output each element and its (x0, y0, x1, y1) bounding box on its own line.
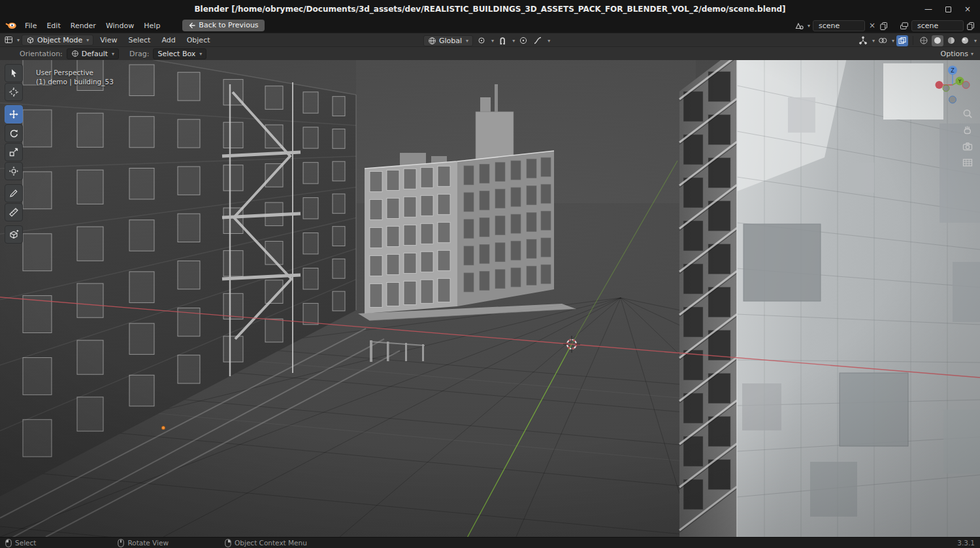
scene-canvas[interactable] (0, 46, 980, 537)
measure-tool-button[interactable] (5, 203, 23, 221)
mode-selector[interactable]: Object Mode ▾ (22, 35, 93, 46)
perspective-toggle-icon[interactable] (962, 157, 973, 169)
menu-add[interactable]: Add (157, 35, 180, 46)
viewport-header: ▾ Object Mode ▾ View Select Add Object G… (0, 33, 980, 46)
shading-dropdown-icon[interactable]: ▾ (974, 38, 977, 44)
3d-viewport[interactable]: Orientation: Default ▾ Drag: Select Box … (0, 46, 980, 537)
window-title: Blender [/home/obrymec/Documents/3d_asse… (194, 5, 785, 14)
pivot-point-icon[interactable] (476, 35, 487, 46)
titlebar: Blender [/home/obrymec/Documents/3d_asse… (0, 0, 980, 18)
blender-window: Blender [/home/obrymec/Documents/3d_asse… (0, 0, 980, 548)
xray-toggle-icon[interactable] (896, 35, 908, 46)
drag-label: Drag: (129, 50, 149, 58)
new-scene-icon[interactable] (879, 22, 888, 30)
blender-logo-icon[interactable] (5, 22, 17, 30)
shading-solid-icon[interactable] (932, 35, 943, 46)
scale-tool-button[interactable] (5, 143, 23, 161)
gizmo-dropdown-icon[interactable]: ▾ (872, 38, 875, 44)
scale-icon (8, 147, 19, 157)
drag-selector[interactable]: Select Box ▾ (153, 48, 206, 59)
menu-view[interactable]: View (95, 35, 122, 46)
3d-cursor-icon (8, 87, 19, 97)
menu-select[interactable]: Select (123, 35, 155, 46)
right-mouse-icon (225, 539, 231, 547)
transform-tool-button[interactable] (5, 162, 23, 180)
ruler-icon (8, 207, 19, 218)
orientation-icon (71, 50, 79, 57)
options-dropdown[interactable]: Options ▾ (941, 50, 973, 58)
rotate-tool-button[interactable] (5, 124, 23, 142)
gizmo-z-neg[interactable] (949, 96, 956, 103)
menu-object[interactable]: Object (182, 35, 215, 46)
editor-type-icon[interactable] (4, 35, 14, 44)
tweak-select-tool-button[interactable] (5, 64, 23, 82)
add-cube-tool-button[interactable] (5, 225, 23, 244)
scene-browse-icon[interactable] (794, 21, 804, 30)
shading-rendered-icon[interactable] (959, 35, 971, 46)
middle-mouse-icon (118, 539, 124, 547)
close-icon[interactable]: × (964, 5, 971, 14)
perspective-label: User Perspective (36, 68, 114, 77)
globe-icon (428, 37, 436, 45)
show-gizmo-icon[interactable] (857, 35, 869, 46)
menu-window[interactable]: Window (101, 20, 139, 31)
pencil-icon (8, 188, 19, 199)
viewport-side-tools (962, 108, 973, 169)
menu-render[interactable]: Render (66, 20, 101, 31)
hint-select: Select (5, 539, 36, 547)
pivot-dropdown-icon[interactable]: ▾ (491, 38, 494, 44)
transform-orientation-selector[interactable]: Global ▾ (423, 35, 473, 46)
menu-help[interactable]: Help (139, 20, 165, 31)
back-icon (188, 22, 195, 29)
falloff-dropdown-icon[interactable]: ▾ (547, 38, 550, 44)
shading-material-icon[interactable] (945, 35, 957, 46)
gizmo-x-neg[interactable] (962, 82, 970, 89)
gizmo-y-label: Y (958, 78, 962, 84)
menubar: File Edit Render Window Help Back to Pre… (0, 18, 980, 33)
add-cube-icon (8, 229, 19, 240)
show-overlays-icon[interactable] (877, 35, 889, 46)
move-tool-button[interactable] (5, 105, 23, 123)
cursor-tool-button[interactable] (5, 83, 23, 101)
zoom-icon[interactable] (962, 108, 973, 120)
hint-context-menu: Object Context Menu (225, 539, 307, 547)
tool-shelf (5, 64, 23, 244)
menu-file[interactable]: File (20, 20, 41, 31)
orientation-selector[interactable]: Default ▾ (67, 48, 119, 59)
new-view-layer-icon[interactable] (966, 22, 975, 30)
left-mouse-icon (5, 539, 12, 547)
view-layer-icon[interactable] (900, 22, 909, 30)
scene-name-field[interactable]: scene (813, 20, 865, 31)
annotate-tool-button[interactable] (5, 184, 23, 202)
editor-type-dropdown-icon[interactable]: ▾ (17, 37, 20, 43)
orientation-label: Orientation: (20, 50, 63, 58)
menu-edit[interactable]: Edit (42, 20, 65, 31)
proportional-edit-icon[interactable] (517, 35, 529, 46)
statusbar: Select Rotate View Object Context Menu 3… (0, 537, 980, 548)
viewport-info-text: User Perspective (1) demo | building_53 (36, 68, 114, 86)
falloff-curve-icon[interactable] (532, 35, 544, 46)
minimize-icon[interactable]: — (924, 5, 932, 14)
gizmo-y-neg[interactable] (943, 85, 949, 91)
blender-version: 3.3.1 (957, 539, 975, 547)
back-to-previous-button[interactable]: Back to Previous (182, 20, 264, 31)
shading-wireframe-icon[interactable] (918, 35, 930, 46)
scene-dropdown-icon[interactable]: ▾ (808, 23, 810, 29)
gizmo-x-axis[interactable] (936, 81, 943, 89)
rotate-icon (8, 128, 19, 138)
overlays-dropdown-icon[interactable]: ▾ (892, 38, 894, 44)
move-icon (8, 109, 19, 120)
gizmo-z-label: Z (951, 68, 955, 74)
navigation-gizmo[interactable]: Z Y (932, 64, 973, 106)
maximize-icon[interactable] (945, 7, 951, 12)
hint-rotate-view: Rotate View (118, 539, 169, 547)
pan-hand-icon[interactable] (962, 124, 973, 136)
active-object-label: (1) demo | building_53 (36, 77, 114, 86)
snap-dropdown-icon[interactable]: ▾ (512, 38, 515, 44)
view-layer-name-field[interactable]: scene (911, 20, 964, 31)
unlink-scene-icon[interactable]: × (868, 21, 877, 30)
snap-magnet-icon[interactable] (497, 35, 508, 46)
cursor-arrow-icon (8, 68, 19, 78)
tool-settings-bar: Orientation: Default ▾ Drag: Select Box … (0, 46, 980, 60)
camera-view-icon[interactable] (962, 140, 973, 152)
